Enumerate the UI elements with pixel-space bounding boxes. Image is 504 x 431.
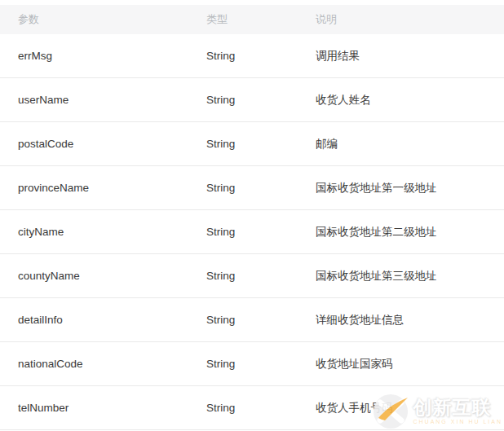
table-row: userName String 收货人姓名 [0, 78, 504, 122]
param-name-cell: userName [0, 94, 206, 106]
param-name-cell: cityName [0, 226, 206, 238]
table-row: postalCode String 邮编 [0, 122, 504, 166]
table-row: countyName String 国标收货地址第三级地址 [0, 254, 504, 298]
param-type-cell: String [206, 314, 316, 326]
param-type-cell: String [206, 402, 316, 414]
param-type-cell: String [206, 94, 316, 106]
column-header-type: 类型 [206, 12, 316, 27]
api-parameters-table: 参数 类型 说明 errMsg String 调用结果 userName Str… [0, 5, 504, 430]
param-name-cell: provinceName [0, 182, 206, 194]
param-type-cell: String [206, 358, 316, 370]
table-header-row: 参数 类型 说明 [0, 5, 504, 34]
param-desc-cell: 收货地址国家码 [316, 357, 504, 372]
table-row: errMsg String 调用结果 [0, 34, 504, 78]
param-desc-cell: 国标收货地址第二级地址 [316, 225, 504, 240]
param-type-cell: String [206, 270, 316, 282]
param-name-cell: nationalCode [0, 358, 206, 370]
table-row: detailInfo String 详细收货地址信息 [0, 298, 504, 342]
table-body: errMsg String 调用结果 userName String 收货人姓名… [0, 34, 504, 430]
param-desc-cell: 收货人姓名 [316, 93, 504, 108]
param-desc-cell: 国标收货地址第三级地址 [316, 269, 504, 284]
param-name-cell: telNumber [0, 402, 206, 414]
param-type-cell: String [206, 226, 316, 238]
param-desc-cell: 详细收货地址信息 [316, 313, 504, 328]
param-desc-cell: 国标收货地址第一级地址 [316, 181, 504, 196]
table-row: telNumber String 收货人手机号码 [0, 386, 504, 430]
column-header-param: 参数 [0, 12, 206, 27]
param-desc-cell: 邮编 [316, 137, 504, 152]
table-row: cityName String 国标收货地址第二级地址 [0, 210, 504, 254]
param-name-cell: errMsg [0, 50, 206, 62]
param-name-cell: detailInfo [0, 314, 206, 326]
table-row: nationalCode String 收货地址国家码 [0, 342, 504, 386]
param-desc-cell: 调用结果 [316, 49, 504, 64]
param-type-cell: String [206, 182, 316, 194]
param-type-cell: String [206, 50, 316, 62]
param-name-cell: postalCode [0, 138, 206, 150]
param-desc-cell: 收货人手机号码 [316, 401, 504, 416]
column-header-desc: 说明 [316, 12, 504, 27]
table-row: provinceName String 国标收货地址第一级地址 [0, 166, 504, 210]
param-type-cell: String [206, 138, 316, 150]
param-name-cell: countyName [0, 270, 206, 282]
